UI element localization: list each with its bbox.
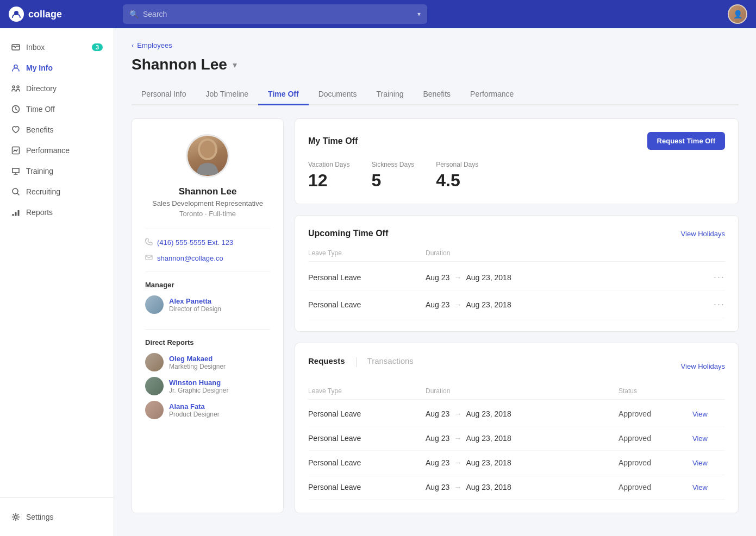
page-title: Shannon Lee: [132, 56, 227, 73]
upcoming-time-off-header: Upcoming Time Off View Holidays: [308, 229, 725, 238]
sidebar-item-reports[interactable]: Reports: [0, 202, 114, 223]
upcoming-col-actions: [703, 249, 725, 257]
svg-rect-9: [15, 212, 17, 216]
view-holidays-button-requests[interactable]: View Holidays: [681, 362, 725, 370]
direct-reports-label: Direct Reports: [145, 338, 270, 346]
reports-list: Oleg Makaed Marketing Designer Winston H…: [145, 353, 270, 419]
tab-personal-info[interactable]: Personal Info: [132, 84, 196, 105]
upcoming-arrow-0: →: [454, 273, 461, 282]
tab-benefits[interactable]: Benefits: [414, 84, 461, 105]
phone-icon: [145, 238, 153, 247]
upcoming-title: Upcoming Time Off: [308, 229, 388, 238]
manager-item: Alex Panetta Director of Design: [145, 295, 270, 314]
req-status-1: Approved: [618, 434, 684, 443]
time-off-icon: [11, 104, 21, 114]
upcoming-more-button-1[interactable]: ···: [714, 299, 725, 310]
app-logo[interactable]: collage: [9, 7, 123, 22]
upcoming-more-button-0[interactable]: ···: [714, 272, 725, 283]
tab-documents[interactable]: Documents: [309, 84, 367, 105]
performance-icon: [11, 146, 21, 155]
requests-header: Requests Transactions View Holidays: [308, 356, 725, 376]
sidebar-item-time-off[interactable]: Time Off: [0, 99, 114, 119]
sidebar-item-recruiting[interactable]: Recruiting: [0, 181, 114, 202]
sidebar-item-inbox[interactable]: Inbox 3: [0, 37, 114, 58]
sidebar-item-training[interactable]: Training: [0, 161, 114, 181]
sidebar-item-directory[interactable]: Directory: [0, 78, 114, 99]
report-item: Winston Huang Jr. Graphic Designer: [145, 377, 270, 395]
upcoming-from-1: Aug 23: [426, 300, 449, 309]
app-name: collage: [28, 9, 62, 20]
req-from-0: Aug 23: [426, 409, 449, 418]
transactions-tab[interactable]: Transactions: [367, 356, 414, 368]
req-to-1: Aug 23, 2018: [466, 434, 511, 443]
email-contact[interactable]: shannon@collage.co: [145, 254, 270, 263]
report-avatar-1: [145, 377, 164, 395]
sidebar-item-label: Recruiting: [26, 187, 60, 196]
req-from-1: Aug 23: [426, 434, 449, 443]
page-title-dropdown-icon[interactable]: ▾: [233, 60, 237, 70]
view-holidays-button-upcoming[interactable]: View Holidays: [681, 230, 725, 238]
profile-location: Toronto · Full-time: [179, 210, 236, 218]
sidebar-item-benefits[interactable]: Benefits: [0, 119, 114, 140]
manager-info: Alex Panetta Director of Design: [169, 297, 221, 313]
req-view-3[interactable]: View: [692, 483, 725, 491]
tab-performance[interactable]: Performance: [460, 84, 523, 105]
sidebar-item-settings[interactable]: Settings: [0, 507, 114, 527]
tab-job-timeline[interactable]: Job Timeline: [196, 84, 259, 105]
tab-training[interactable]: Training: [366, 84, 413, 105]
report-name-2[interactable]: Alana Fata: [169, 402, 220, 411]
req-leave-type-2: Personal Leave: [308, 458, 417, 467]
sidebar-item-label: Training: [26, 167, 53, 175]
breadcrumb[interactable]: ‹ Employees: [132, 41, 739, 49]
sidebar-item-label: Performance: [26, 146, 70, 155]
req-view-0[interactable]: View: [692, 410, 725, 418]
upcoming-duration-1: Aug 23 → Aug 23, 2018: [426, 300, 695, 309]
sidebar-navigation: Inbox 3 My Info Directory Time Off: [0, 28, 114, 497]
topnav-right: 👤: [728, 4, 747, 24]
directory-icon: [11, 84, 21, 93]
sidebar-item-label: Settings: [26, 513, 54, 521]
req-to-3: Aug 23, 2018: [466, 483, 511, 491]
svg-rect-8: [13, 214, 14, 216]
sidebar-item-performance[interactable]: Performance: [0, 140, 114, 161]
report-avatar-2: [145, 401, 164, 419]
upcoming-duration-0: Aug 23 → Aug 23, 2018: [426, 273, 695, 282]
upcoming-table-header: Leave Type Duration: [308, 249, 725, 262]
personal-days-stat: Personal Days 4.5: [436, 161, 478, 191]
requests-tab-active[interactable]: Requests: [308, 356, 345, 368]
svg-rect-14: [146, 255, 152, 260]
req-view-2[interactable]: View: [692, 459, 725, 467]
search-input[interactable]: [143, 10, 413, 18]
req-arrow-0: →: [454, 409, 461, 418]
request-row-3: Personal Leave Aug 23 → Aug 23, 2018 App…: [308, 475, 725, 500]
req-to-0: Aug 23, 2018: [466, 409, 511, 418]
report-name-1[interactable]: Winston Huang: [169, 379, 228, 387]
report-name-0[interactable]: Oleg Makaed: [169, 355, 226, 363]
req-col-leave-type: Leave Type: [308, 387, 417, 395]
tab-time-off[interactable]: Time Off: [258, 84, 309, 105]
sidebar-item-my-info[interactable]: My Info: [0, 58, 114, 78]
req-from-3: Aug 23: [426, 483, 449, 491]
req-leave-type-3: Personal Leave: [308, 483, 417, 491]
reports-icon: [11, 207, 21, 217]
top-navigation: collage 🔍 ▾ 👤: [0, 0, 756, 28]
page-header: Shannon Lee ▾: [132, 56, 739, 73]
manager-name[interactable]: Alex Panetta: [169, 297, 221, 305]
profile-avatar: [186, 134, 229, 178]
phone-contact[interactable]: (416) 555-5555 Ext. 123: [145, 238, 270, 247]
search-bar[interactable]: 🔍 ▾: [123, 4, 427, 24]
manager-section: Manager Alex Panetta Director of Design: [145, 272, 270, 320]
req-arrow-2: →: [454, 458, 461, 467]
manager-avatar: [145, 295, 164, 314]
direct-reports-section: Direct Reports Oleg Makaed Marketing Des…: [145, 329, 270, 419]
user-avatar[interactable]: 👤: [728, 4, 747, 24]
request-time-off-button[interactable]: Request Time Off: [647, 132, 725, 150]
report-role-2: Product Designer: [169, 411, 220, 418]
req-view-1[interactable]: View: [692, 434, 725, 443]
req-from-2: Aug 23: [426, 458, 449, 467]
sidebar-item-label: Inbox: [26, 43, 45, 52]
sub-tab-divider: [356, 357, 357, 367]
req-duration-0: Aug 23 → Aug 23, 2018: [426, 409, 610, 418]
upcoming-to-0: Aug 23, 2018: [466, 273, 511, 282]
manager-label: Manager: [145, 281, 270, 289]
